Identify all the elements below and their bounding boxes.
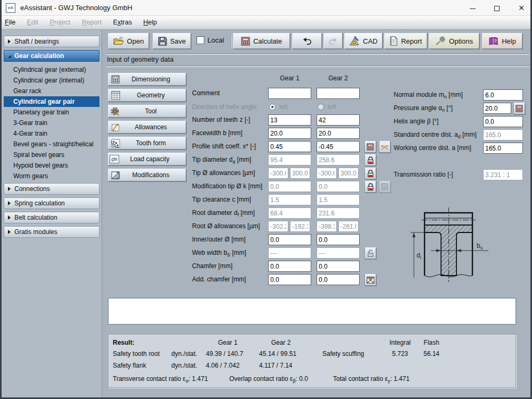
sidebar-item-cylindrical-gear-pair[interactable]: Cylindrical gear pair xyxy=(4,96,99,107)
results-flash-header: Flash xyxy=(415,339,447,346)
sidebar-item-3-gear-train[interactable]: 3-Gear train xyxy=(4,118,99,128)
root-diameter-gear1-input xyxy=(268,207,311,219)
calculate-button[interactable]: Calculate xyxy=(233,33,290,49)
sidebar-item-4-gear-train[interactable]: 4-Gear train xyxy=(4,128,99,139)
collapsed-arrow-icon xyxy=(8,187,11,191)
results-gear1-header: Gear 1 xyxy=(209,339,246,346)
inner-outer-gear2-input[interactable] xyxy=(317,234,360,245)
chamfer-label: Chamfer [mm] xyxy=(192,261,232,272)
sidebar-item-cylindrical-gear-external[interactable]: Cylindrical gear (external) xyxy=(4,64,99,75)
safety-scuffing-integral-value: 5.723 xyxy=(381,350,419,358)
tip-diameter-lock-button[interactable] xyxy=(364,154,376,166)
sidebar-item-worm-gears[interactable]: Worm gears xyxy=(4,171,99,181)
pressure-angle-row: Pressure angle αn [°] xyxy=(104,103,532,114)
minimize-button[interactable] xyxy=(462,0,483,16)
menu-help[interactable]: Help xyxy=(138,16,162,29)
menu-project: Project xyxy=(45,16,75,29)
pressure-angle-label: Pressure angle αn [°] xyxy=(394,103,453,116)
normal-module-label: Normal module mn [mm] xyxy=(394,89,463,103)
options-button[interactable]: Options xyxy=(429,33,479,49)
sidebar-item-bevel-gears[interactable]: Bevel gears - straight/helical xyxy=(4,139,99,149)
safety-tooth-root-mode: dyn./stat. xyxy=(171,350,197,358)
modification-tip-gear1-input xyxy=(268,181,311,192)
add-chamfer-icon-button[interactable] xyxy=(364,274,376,286)
root-allowance-gear1-lower-input xyxy=(268,221,288,232)
pressure-angle-input[interactable] xyxy=(483,103,511,114)
menu-extras[interactable]: Extras xyxy=(109,16,137,29)
sidebar-header-gear-calculation[interactable]: Gear calculation xyxy=(4,50,99,62)
gear-cross-section-drawing: di bs xyxy=(410,203,508,293)
add-chamfer-gear2-input[interactable] xyxy=(317,274,360,285)
pressure-angle-calculator-button[interactable] xyxy=(513,103,525,114)
standard-centre-distance-input xyxy=(483,129,523,140)
web-width-gear1-input xyxy=(268,247,311,259)
working-centre-distance-input[interactable] xyxy=(483,143,523,154)
chamfer-gear2-input[interactable] xyxy=(317,261,360,272)
inner-outer-gear1-input[interactable] xyxy=(268,234,311,245)
helix-angle-row: Helix angle β [°] xyxy=(104,116,532,127)
sidebar-header-belt-calculation[interactable]: Belt calculation xyxy=(4,212,99,223)
helix-angle-input[interactable] xyxy=(483,116,523,127)
maximize-button[interactable] xyxy=(486,0,508,16)
tip-clearance-gear1-input xyxy=(268,194,311,205)
sidebar-item-hypoid-bevel-gears[interactable]: Hypoid bevel gears xyxy=(4,160,99,171)
save-button[interactable]: Save xyxy=(153,33,191,49)
transmission-ratio-input xyxy=(483,169,523,180)
sidebar-item-gear-rack[interactable]: Gear rack xyxy=(4,86,99,96)
modification-tip-calculator-button xyxy=(379,181,390,193)
svg-text:di: di xyxy=(417,252,421,260)
dimensioning-button[interactable]: Dimensioning xyxy=(108,73,186,86)
sidebar-header-connections[interactable]: Connections xyxy=(4,183,99,195)
sidebar-item-cylindrical-gear-internal[interactable]: Cylindrical gear (internal) xyxy=(4,75,99,86)
sidebar-header-spring-calculation[interactable]: Spring calculation xyxy=(4,197,99,209)
local-checkbox[interactable] xyxy=(196,36,204,44)
root-allowance-gear2-upper-input xyxy=(338,221,359,232)
sidebar-item-spiral-bevel-gears[interactable]: Spiral bevel gears xyxy=(4,149,99,160)
safety-tooth-root-gear2-value: 45.14 / 99.51 xyxy=(259,350,296,358)
sidebar-header-shaft-bearings[interactable]: Shaft / bearings xyxy=(4,36,99,47)
root-diameter-gear2-input xyxy=(317,207,360,219)
safety-tooth-root-gear1-value: 49.39 / 140.7 xyxy=(206,350,243,358)
modification-tip-lock-button[interactable] xyxy=(364,181,376,193)
comment-textarea[interactable] xyxy=(108,298,516,325)
redo-icon xyxy=(328,37,338,45)
transmission-ratio-label: Transmission ratio [-] xyxy=(394,169,453,180)
web-width-unlock-button[interactable] xyxy=(364,247,376,259)
window-title: eAssistant - GWJ Technology GmbH xyxy=(20,4,132,12)
collapsed-arrow-icon xyxy=(8,39,11,44)
calculator-icon xyxy=(241,37,250,46)
add-chamfer-gear1-input[interactable] xyxy=(268,274,311,285)
sidebar: Shaft / bearings Gear calculation Cylind… xyxy=(2,30,102,397)
safety-flank-mode: dyn./stat. xyxy=(171,362,197,369)
gear1-column-header: Gear 1 xyxy=(268,74,311,82)
collapsed-arrow-icon xyxy=(8,230,11,234)
results-integral-header: Integral xyxy=(381,339,419,346)
di-label: d xyxy=(417,252,420,259)
local-checkbox-label: Local xyxy=(207,36,224,44)
normal-module-input[interactable] xyxy=(483,89,523,101)
dimensioning-calculator-icon xyxy=(110,74,121,85)
close-button[interactable]: ✕ xyxy=(511,0,532,16)
save-floppy-icon xyxy=(158,37,167,46)
cad-ruler-pencil-icon xyxy=(349,36,360,46)
add-chamfer-label: Add. chamfer [mm] xyxy=(192,274,246,285)
root-allowance-gear1-upper-input xyxy=(290,221,310,232)
help-button[interactable]: ? Help xyxy=(482,33,522,49)
sidebar-header-gratis-modules[interactable]: Gratis modules xyxy=(4,226,99,238)
open-button[interactable]: Open xyxy=(108,33,149,49)
app-icon: eA xyxy=(6,3,15,13)
report-document-icon xyxy=(389,36,398,46)
menu-edit: Edit xyxy=(22,16,44,29)
menu-file[interactable]: File xyxy=(0,16,20,29)
expanded-arrow-icon xyxy=(8,55,11,58)
local-checkbox-row: Local xyxy=(196,36,224,44)
undo-button[interactable] xyxy=(292,33,322,49)
help-book-icon: ? xyxy=(488,37,498,46)
cad-button[interactable]: CAD xyxy=(344,33,383,49)
sidebar-item-planetary-gear-train[interactable]: Planetary gear train xyxy=(4,107,99,118)
chamfer-gear1-input[interactable] xyxy=(268,261,311,272)
svg-text:bs: bs xyxy=(477,242,483,251)
report-button[interactable]: Report xyxy=(384,33,427,49)
modification-tip-label: Modification tip Ø k [mm] xyxy=(192,181,262,192)
normal-module-row: Normal module mn [mm] xyxy=(104,89,532,101)
